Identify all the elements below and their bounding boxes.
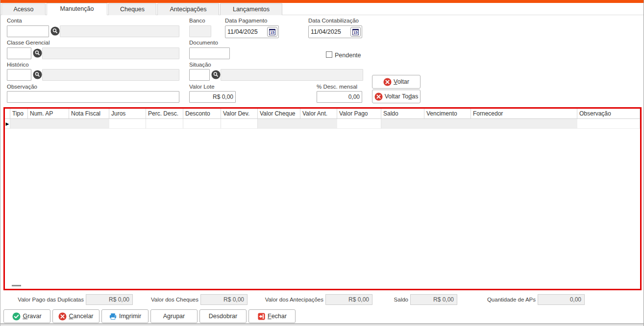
grid-cell[interactable] — [183, 119, 221, 129]
grid-col-header-4[interactable]: Perc. Desc. — [146, 109, 183, 118]
data-pagamento-input[interactable] — [227, 26, 263, 38]
grid-col-header-8[interactable]: Valor Ant. — [300, 109, 337, 118]
grid-data-row[interactable]: ▶ — [5, 119, 640, 129]
status-strip — [0, 324, 644, 326]
conta-description-field — [60, 25, 179, 37]
grid-header-row: TipoNum. APNota FiscalJurosPerc. Desc.De… — [5, 109, 640, 119]
total-duplicatas-label: Valor Pago das Duplicatas — [6, 297, 84, 303]
tab-lancamentos[interactable]: Lançamentos — [220, 3, 282, 15]
grid-cell[interactable] — [337, 119, 381, 129]
grid-col-header-0[interactable]: Tipo — [10, 109, 28, 118]
tab-cheques[interactable]: Cheques — [108, 3, 156, 15]
total-duplicatas: Valor Pago das Duplicatas R$ 0,00 — [6, 294, 133, 305]
cancelar-label: Cancelar — [69, 313, 93, 320]
grid-col-header-11[interactable]: Vencimento — [424, 109, 471, 118]
gravar-button[interactable]: Gravar — [3, 309, 50, 323]
grid-cell[interactable] — [381, 119, 424, 129]
desc-mensal-label: % Desc. mensal — [317, 84, 357, 90]
valor-lote-input[interactable] — [189, 91, 236, 103]
banco-field — [189, 25, 211, 37]
grid-col-header-10[interactable]: Saldo — [381, 109, 424, 118]
calendar-glyph: 15 — [352, 29, 359, 35]
app-window: Acesso Manutenção Cheques Antecipações L… — [0, 0, 644, 326]
banco-label: Banco — [189, 18, 205, 23]
classe-gerencial-input[interactable] — [7, 47, 31, 59]
historico-input[interactable] — [7, 69, 31, 81]
total-antecipacoes: Valor dos Antecipações R$ 0,00 — [255, 294, 372, 305]
historico-label: Histórico — [7, 62, 29, 68]
grid-cell[interactable] — [28, 119, 69, 129]
data-contabilizacao-calendar-icon[interactable]: 15 — [350, 27, 361, 37]
grid-col-header-5[interactable]: Desconto — [183, 109, 221, 118]
valor-lote-label: Valor Lote — [189, 84, 215, 90]
cancel-circle-icon — [58, 312, 67, 321]
total-quantidade-aps-label: Quantidade de APs — [483, 297, 536, 303]
grid-col-header-6[interactable]: Valor Dev. — [221, 109, 258, 118]
tab-strip: Acesso Manutenção Cheques Antecipações L… — [0, 3, 644, 15]
row-indicator-icon: ▶ — [5, 119, 10, 129]
grid-cell[interactable] — [577, 119, 640, 129]
voltar-todas-button[interactable]: Voltar Todas — [372, 90, 421, 103]
imprimir-button[interactable]: Imprimir — [101, 309, 149, 323]
voltar-button[interactable]: Voltar — [372, 75, 421, 89]
grid-col-header-9[interactable]: Valor Pago — [337, 109, 381, 118]
cancel-circle-icon — [383, 78, 392, 86]
total-cheques-value: R$ 0,00 — [200, 294, 248, 305]
grid-cell[interactable] — [424, 119, 471, 129]
data-pagamento-label: Data Pagamento — [225, 18, 267, 23]
data-contabilizacao-input[interactable] — [311, 26, 346, 38]
desdobrar-label: Desdobrar — [209, 313, 237, 320]
exit-door-icon — [257, 312, 266, 321]
grid-col-header-7[interactable]: Valor Cheque — [258, 109, 300, 118]
total-duplicatas-value: R$ 0,00 — [86, 294, 133, 305]
total-antecipacoes-label: Valor dos Antecipações — [255, 297, 323, 303]
documento-input[interactable] — [189, 47, 230, 59]
grid-col-header-3[interactable]: Juros — [109, 109, 146, 118]
horizontal-scrollbar-thumb[interactable] — [12, 285, 21, 286]
data-contabilizacao-field: 15 — [308, 25, 362, 38]
historico-search-icon[interactable] — [33, 70, 42, 79]
total-cheques-label: Valor dos Cheques — [137, 297, 198, 303]
grid-cell[interactable] — [109, 119, 146, 129]
grid-cell[interactable] — [69, 119, 109, 129]
data-pagamento-calendar-icon[interactable]: 15 — [267, 27, 277, 37]
gravar-label: Gravar — [23, 313, 41, 320]
grid-cell[interactable] — [146, 119, 183, 129]
fechar-button[interactable]: Fechar — [248, 309, 296, 323]
check-circle-icon — [12, 312, 21, 321]
total-cheques: Valor dos Cheques R$ 0,00 — [137, 294, 248, 305]
documento-label: Documento — [189, 40, 218, 46]
desdobrar-button[interactable]: Desdobrar — [199, 309, 247, 323]
conta-search-icon[interactable] — [50, 26, 60, 36]
tab-manutencao[interactable]: Manutenção — [47, 3, 107, 15]
grid-col-header-13[interactable]: Observação — [577, 109, 640, 118]
pendente-checkbox[interactable] — [326, 51, 332, 58]
situacao-label: Situação — [189, 62, 211, 68]
grid-col-header-1[interactable]: Num. AP — [28, 109, 69, 118]
total-saldo-label: Saldo — [373, 297, 408, 303]
grid-cell[interactable] — [471, 119, 577, 129]
cancelar-button[interactable]: Cancelar — [52, 309, 99, 323]
grid-cell[interactable] — [10, 119, 28, 129]
classe-gerencial-search-icon[interactable] — [33, 48, 42, 58]
tab-acesso[interactable]: Acesso — [1, 3, 46, 15]
calendar-glyph: 15 — [269, 29, 275, 35]
desc-mensal-input[interactable] — [317, 91, 362, 103]
observacao-input[interactable] — [7, 91, 179, 103]
situacao-input[interactable] — [189, 69, 210, 81]
conta-input[interactable] — [7, 25, 49, 37]
tab-antecipacoes[interactable]: Antecipações — [157, 3, 219, 15]
grid-cell[interactable] — [258, 119, 300, 129]
situacao-search-icon[interactable] — [211, 70, 221, 79]
grid-cell[interactable] — [221, 119, 258, 129]
total-saldo: Saldo R$ 0,00 — [373, 294, 457, 305]
printer-icon — [109, 312, 117, 321]
ap-grid[interactable]: TipoNum. APNota FiscalJurosPerc. Desc.De… — [3, 107, 642, 290]
situacao-description-field — [221, 69, 363, 81]
grid-cell[interactable] — [300, 119, 337, 129]
grid-col-header-12[interactable]: Fornecedor — [471, 109, 577, 118]
agrupar-button[interactable]: Agrupar — [150, 309, 198, 323]
grid-col-header-2[interactable]: Nota Fiscal — [69, 109, 109, 118]
grid-gutter-header — [5, 109, 10, 118]
conta-label: Conta — [7, 18, 22, 23]
